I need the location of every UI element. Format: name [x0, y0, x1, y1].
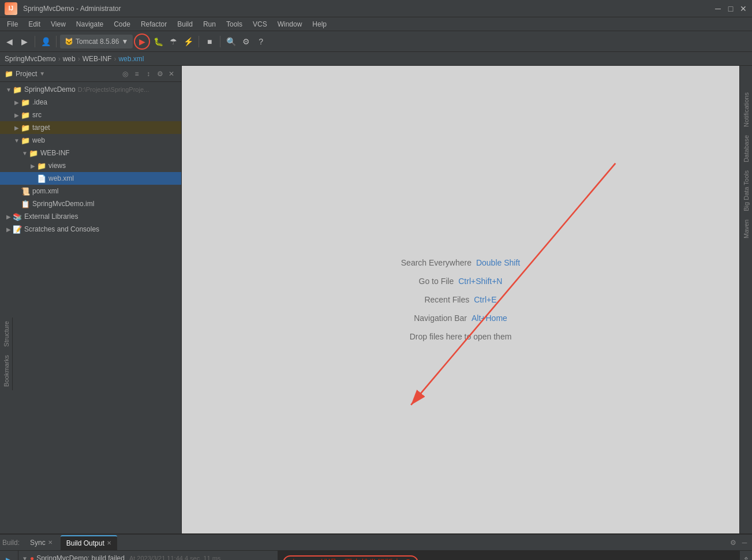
- tree-src-label: src: [32, 111, 42, 119]
- menu-edit[interactable]: Edit: [24, 19, 45, 29]
- side-bookmarks[interactable]: Bookmarks: [2, 352, 11, 390]
- menu-run[interactable]: Run: [199, 19, 220, 29]
- idea-arrow[interactable]: ▶: [13, 99, 21, 106]
- menu-tools[interactable]: Tools: [222, 19, 247, 29]
- collapse-all-btn[interactable]: ≡: [132, 69, 142, 79]
- menu-navigate[interactable]: Navigate: [72, 19, 108, 29]
- views-arrow[interactable]: ▶: [29, 163, 37, 169]
- tree-ext-libs[interactable]: ▶ 📚 External Libraries: [0, 210, 181, 223]
- hint-nav-shortcut: Alt+Home: [472, 313, 507, 323]
- app-logo: IJ: [5, 2, 17, 15]
- main-layout: 📁 Project ▼ ◎ ≡ ↕ ⚙ ✕ ▼ 📁 SpringMvcDemo …: [0, 66, 752, 533]
- build-rerun-btn[interactable]: ▶: [2, 553, 16, 560]
- tree-target[interactable]: ▶ 📁 target: [0, 121, 181, 134]
- tree-root[interactable]: ▼ 📁 SpringMvcDemo D:\Projects\SpringProj…: [0, 83, 181, 96]
- build-tree: ▼ ● SpringMvcDemo: build failed At 2023/…: [18, 551, 278, 560]
- breadcrumb-web[interactable]: web: [63, 55, 76, 63]
- side-database[interactable]: Database: [742, 132, 751, 166]
- debug-button[interactable]: 🐛: [151, 35, 165, 48]
- tree-webxml-label: web.xml: [48, 174, 74, 182]
- tab-sync[interactable]: Sync ✕: [24, 535, 58, 550]
- hint-search: Search Everywhere Double Shift: [401, 258, 520, 267]
- tree-webxml[interactable]: ▶ 📄 web.xml: [0, 172, 181, 185]
- tree-scratches[interactable]: ▶ 📝 Scratches and Consoles: [0, 223, 181, 236]
- maximize-button[interactable]: □: [727, 5, 735, 13]
- tab-build-output[interactable]: Build Output ✕: [61, 535, 117, 550]
- title-bar: IJ SpringMvcDemo - Administrator ─ □ ✕: [0, 0, 752, 17]
- breadcrumb: SpringMvcDemo › web › WEB-INF › web.xml: [0, 52, 752, 66]
- breadcrumb-root[interactable]: SpringMvcDemo: [5, 55, 56, 63]
- tree-iml[interactable]: ▶ 📋 SpringMvcDemo.iml: [0, 197, 181, 210]
- forward-button[interactable]: ▶: [17, 35, 31, 48]
- minimize-button[interactable]: ─: [714, 5, 722, 13]
- build-settings-btn[interactable]: ⚙: [728, 537, 738, 548]
- bc-sep-1: ›: [58, 55, 61, 63]
- tree-pom[interactable]: ▶ 📜 pom.xml: [0, 185, 181, 197]
- sync-tab-close[interactable]: ✕: [48, 539, 53, 546]
- build-scroll-top[interactable]: ⇑: [739, 553, 753, 560]
- toolbar-sep-4: [220, 36, 220, 47]
- sort-btn[interactable]: ↕: [143, 69, 154, 79]
- side-notifications[interactable]: Notifications: [742, 89, 751, 130]
- tree-idea[interactable]: ▶ 📁 .idea: [0, 96, 181, 109]
- src-arrow[interactable]: ▶: [13, 112, 21, 118]
- menu-refactor[interactable]: Refactor: [136, 19, 171, 29]
- bc-sep-3: ›: [114, 55, 116, 63]
- menu-view[interactable]: View: [46, 19, 70, 29]
- build-close-btn[interactable]: ─: [739, 537, 750, 548]
- hint-goto: Go to File Ctrl+Shift+N: [419, 277, 503, 286]
- close-button[interactable]: ✕: [739, 5, 747, 13]
- target-arrow[interactable]: ▶: [13, 125, 21, 131]
- webinf-arrow[interactable]: ▼: [21, 150, 29, 156]
- toolbar: ◀ ▶ 👤 🐱 Tomcat 8.5.86 ▼ ▶ 🐛 ☂ ⚡ ■ 🔍 ⚙ ?: [0, 31, 752, 52]
- locate-file-btn[interactable]: ◎: [120, 69, 130, 79]
- settings-project-btn[interactable]: ⚙: [155, 69, 165, 79]
- back-button[interactable]: ◀: [2, 35, 16, 48]
- close-project-btn[interactable]: ✕: [166, 69, 177, 79]
- hint-drop-text: Drop files here to open them: [410, 332, 512, 341]
- coverage-button[interactable]: ☂: [166, 35, 180, 48]
- menu-code[interactable]: Code: [109, 19, 135, 29]
- stop-button[interactable]: ■: [203, 35, 216, 48]
- left-panel: 📁 Project ▼ ◎ ≡ ↕ ⚙ ✕ ▼ 📁 SpringMvcDemo …: [0, 66, 182, 533]
- breadcrumb-webinf[interactable]: WEB-INF: [83, 55, 112, 63]
- menu-vcs[interactable]: VCS: [248, 19, 272, 29]
- tree-web[interactable]: ▼ 📁 web: [0, 134, 181, 147]
- tree-src[interactable]: ▶ 📁 src: [0, 109, 181, 121]
- project-dropdown[interactable]: ▼: [39, 70, 45, 77]
- menu-help[interactable]: Help: [308, 19, 331, 29]
- profile-button[interactable]: ⚡: [181, 35, 195, 48]
- menu-build[interactable]: Build: [173, 19, 197, 29]
- project-tools: ◎ ≡ ↕ ⚙ ✕: [120, 69, 177, 79]
- build-item-root[interactable]: ▼ ● SpringMvcDemo: build failed At 2023/…: [20, 552, 276, 560]
- iml-file-icon: 📋: [21, 200, 30, 208]
- scratches-arrow[interactable]: ▶: [5, 226, 13, 233]
- web-arrow[interactable]: ▼: [13, 137, 21, 144]
- tree-root-path: D:\Projects\SpringProje...: [78, 86, 149, 93]
- help-toolbar-button[interactable]: ?: [254, 35, 268, 48]
- build-right-tools: ⇑ ⇓: [739, 551, 752, 560]
- tree-webinf[interactable]: ▼ 📁 WEB-INF: [0, 147, 181, 159]
- root-arrow[interactable]: ▼: [5, 87, 13, 93]
- hint-recent-text: Recent Files: [424, 295, 469, 304]
- tree-views[interactable]: ▶ 📁 views: [0, 159, 181, 172]
- run-config-selector[interactable]: 🐱 Tomcat 8.5.86 ▼: [60, 35, 133, 48]
- menu-file[interactable]: File: [2, 19, 23, 29]
- side-structure[interactable]: Structure: [2, 318, 11, 350]
- ext-libs-arrow[interactable]: ▶: [5, 214, 13, 220]
- run-config-label: Tomcat 8.5.86: [76, 38, 119, 46]
- webxml-file-icon: 📄: [37, 174, 46, 183]
- run-button[interactable]: ▶: [134, 33, 150, 50]
- side-bigdata[interactable]: Big Data Tools: [742, 167, 751, 215]
- build-output-tab-close[interactable]: ✕: [107, 540, 111, 546]
- breadcrumb-webxml[interactable]: web.xml: [118, 55, 144, 63]
- left-side-tools: Structure Bookmarks: [0, 318, 13, 390]
- settings-button[interactable]: ⚙: [239, 35, 253, 48]
- hint-drop: Drop files here to open them: [410, 332, 512, 341]
- search-button[interactable]: 🔍: [224, 35, 238, 48]
- right-panel: Search Everywhere Double Shift Go to Fil…: [182, 66, 739, 533]
- menu-window[interactable]: Window: [273, 19, 307, 29]
- side-maven[interactable]: Maven: [742, 216, 751, 242]
- user-button[interactable]: 👤: [39, 35, 53, 48]
- tree-root-label: SpringMvcDemo: [24, 85, 76, 94]
